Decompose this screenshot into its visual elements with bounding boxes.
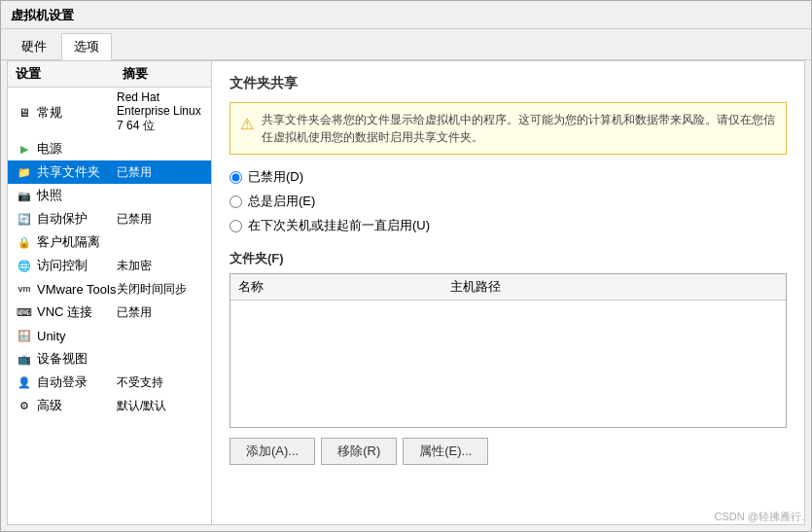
- radio-item-always[interactable]: 总是启用(E): [229, 193, 787, 210]
- sidebar-item-power[interactable]: 电源: [8, 137, 211, 160]
- add-button[interactable]: 添加(A)...: [229, 438, 315, 465]
- folder-section-title: 文件夹(F): [229, 250, 787, 267]
- sidebar-summary-general: Red Hat Enterprise Linux 7 64 位: [117, 90, 203, 134]
- sidebar-item-advanced[interactable]: 高级 默认/默认: [8, 394, 211, 417]
- warning-icon: ⚠: [240, 113, 254, 146]
- radio-until-poweroff[interactable]: [229, 220, 242, 232]
- sidebar-item-isolation[interactable]: 客户机隔离: [8, 231, 211, 254]
- sidebar-label-power: 电源: [37, 140, 117, 158]
- radio-always[interactable]: [229, 195, 242, 208]
- sidebar-label-isolation: 客户机隔离: [37, 233, 117, 251]
- folder-table-container: 名称 主机路径: [229, 273, 787, 428]
- snapshot-icon: [16, 188, 33, 203]
- sidebar-summary-advanced: 默认/默认: [117, 398, 203, 414]
- power-icon: [16, 141, 33, 157]
- left-panel: 设置 摘要 常规 Red Hat Enterprise Linux 7 64 位…: [8, 61, 212, 524]
- col-summary-label: 摘要: [123, 65, 203, 83]
- folder-table-body: [230, 301, 786, 427]
- sidebar-summary-autologin: 不受支持: [117, 374, 203, 391]
- share-icon: [16, 164, 33, 180]
- sidebar-item-unity[interactable]: Unity: [8, 324, 211, 347]
- main-window: 虚拟机设置 硬件 选项 设置 摘要 常规 Red Hat Enterprise …: [0, 0, 812, 532]
- sidebar-item-vnc[interactable]: VNC 连接 已禁用: [8, 301, 211, 324]
- radio-label-always: 总是启用(E): [248, 193, 315, 210]
- col-header-name: 名称: [230, 274, 442, 301]
- sidebar-item-snapshot[interactable]: 快照: [8, 184, 211, 207]
- advanced-icon: [16, 398, 33, 413]
- warning-box: ⚠ 共享文件夹会将您的文件显示给虚拟机中的程序。这可能为您的计算机和数据带来风险…: [229, 102, 787, 155]
- sidebar-summary-vnc: 已禁用: [117, 304, 203, 321]
- sidebar-summary-shared-folders: 已禁用: [117, 164, 203, 181]
- sidebar-summary-access-control: 未加密: [117, 258, 203, 274]
- bottom-buttons: 添加(A)... 移除(R) 属性(E)...: [229, 438, 787, 465]
- vnc-icon: [16, 304, 33, 320]
- device-icon: [16, 351, 33, 367]
- sidebar-label-shared-folders: 共享文件夹: [37, 163, 117, 181]
- remove-button[interactable]: 移除(R): [321, 438, 397, 465]
- sidebar-label-general: 常规: [37, 104, 117, 122]
- right-panel: 文件夹共享 ⚠ 共享文件夹会将您的文件显示给虚拟机中的程序。这可能为您的计算机和…: [212, 61, 804, 524]
- tab-options[interactable]: 选项: [61, 33, 112, 60]
- watermark: CSDN @轻拂雁行.: [715, 510, 804, 524]
- section-title: 文件夹共享: [229, 75, 787, 92]
- autologin-icon: [16, 374, 33, 390]
- auto-icon: [16, 211, 33, 227]
- window-title: 虚拟机设置: [11, 8, 74, 22]
- radio-group: 已禁用(D) 总是启用(E) 在下次关机或挂起前一直启用(U): [229, 168, 787, 234]
- sidebar-label-vmware-tools: VMware Tools: [37, 282, 117, 297]
- sidebar-item-access-control[interactable]: 访问控制 未加密: [8, 254, 211, 277]
- sidebar-label-snapshot: 快照: [37, 187, 117, 204]
- sidebar-label-vnc: VNC 连接: [37, 303, 117, 321]
- sidebar-label-autoprotect: 自动保护: [37, 210, 117, 228]
- content-area: 设置 摘要 常规 Red Hat Enterprise Linux 7 64 位…: [7, 60, 805, 525]
- isolation-icon: [16, 234, 33, 250]
- radio-label-until-poweroff: 在下次关机或挂起前一直启用(U): [248, 217, 430, 234]
- sidebar-item-device-view[interactable]: 设备视图: [8, 347, 211, 371]
- radio-item-until-poweroff[interactable]: 在下次关机或挂起前一直启用(U): [229, 217, 787, 234]
- sidebar-summary-autoprotect: 已禁用: [117, 211, 203, 228]
- sidebar-label-advanced: 高级: [37, 397, 117, 414]
- sidebar-summary-vmware-tools: 关闭时间同步: [117, 281, 203, 298]
- tab-bar: 硬件 选项: [1, 29, 811, 60]
- sidebar-item-autologin[interactable]: 自动登录 不受支持: [8, 371, 211, 394]
- col-setting-label: 设置: [16, 65, 123, 83]
- access-icon: [16, 258, 33, 273]
- radio-disabled[interactable]: [229, 171, 242, 184]
- folder-table: 名称 主机路径: [230, 274, 786, 301]
- vmtools-icon: [16, 281, 33, 297]
- sidebar-label-unity: Unity: [37, 329, 117, 343]
- left-panel-header: 设置 摘要: [8, 61, 211, 88]
- sidebar-item-autoprotect[interactable]: 自动保护 已禁用: [8, 207, 211, 231]
- warning-text: 共享文件夹会将您的文件显示给虚拟机中的程序。这可能为您的计算机和数据带来风险。请…: [262, 111, 776, 146]
- sidebar-item-vmware-tools[interactable]: VMware Tools 关闭时间同步: [8, 277, 211, 301]
- sidebar-label-access-control: 访问控制: [37, 257, 117, 274]
- sidebar-label-device-view: 设备视图: [37, 350, 117, 368]
- sidebar-label-autologin: 自动登录: [37, 373, 117, 391]
- sidebar-item-general[interactable]: 常规 Red Hat Enterprise Linux 7 64 位: [8, 88, 211, 137]
- unity-icon: [16, 328, 33, 343]
- tab-hardware[interactable]: 硬件: [9, 33, 59, 59]
- col-header-host-path: 主机路径: [442, 274, 786, 301]
- monitor-icon: [16, 105, 33, 121]
- radio-item-disabled[interactable]: 已禁用(D): [229, 168, 787, 186]
- title-bar: 虚拟机设置: [1, 1, 811, 29]
- sidebar-item-shared-folders[interactable]: 共享文件夹 已禁用: [8, 160, 211, 184]
- radio-label-disabled: 已禁用(D): [248, 168, 303, 186]
- properties-button[interactable]: 属性(E)...: [403, 438, 488, 465]
